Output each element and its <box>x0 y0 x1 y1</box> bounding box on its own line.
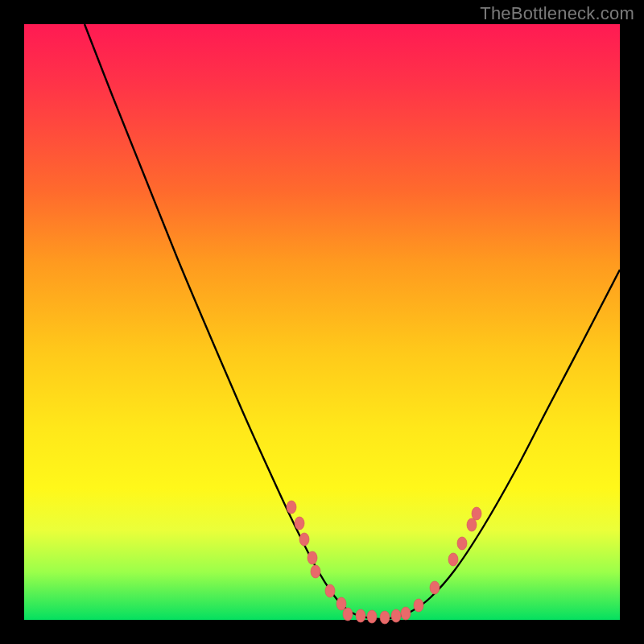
curve-marker <box>401 607 411 620</box>
curve-marker <box>287 501 296 514</box>
curve-marker <box>430 581 440 594</box>
curve-marker <box>356 609 365 622</box>
curve-marker <box>472 507 481 520</box>
curve-marker <box>457 537 467 550</box>
curve-marker <box>448 553 458 566</box>
curve-marker <box>367 610 377 623</box>
curve-marker <box>414 599 423 612</box>
curve-marker <box>391 609 401 622</box>
curve-svg <box>24 24 620 620</box>
curve-marker <box>299 533 309 546</box>
curve-marker <box>467 518 477 531</box>
bottleneck-curve <box>85 24 620 619</box>
plot-area <box>24 24 620 620</box>
curve-marker <box>311 565 320 578</box>
curve-marker <box>380 611 390 624</box>
curve-marker <box>295 517 304 530</box>
curve-marker <box>343 608 353 621</box>
curve-marker <box>325 584 335 597</box>
curve-marker <box>308 551 317 564</box>
watermark-label: TheBottleneck.com <box>480 3 634 24</box>
curve-markers <box>287 501 481 624</box>
chart-frame: TheBottleneck.com <box>0 0 644 644</box>
curve-marker <box>336 597 346 610</box>
